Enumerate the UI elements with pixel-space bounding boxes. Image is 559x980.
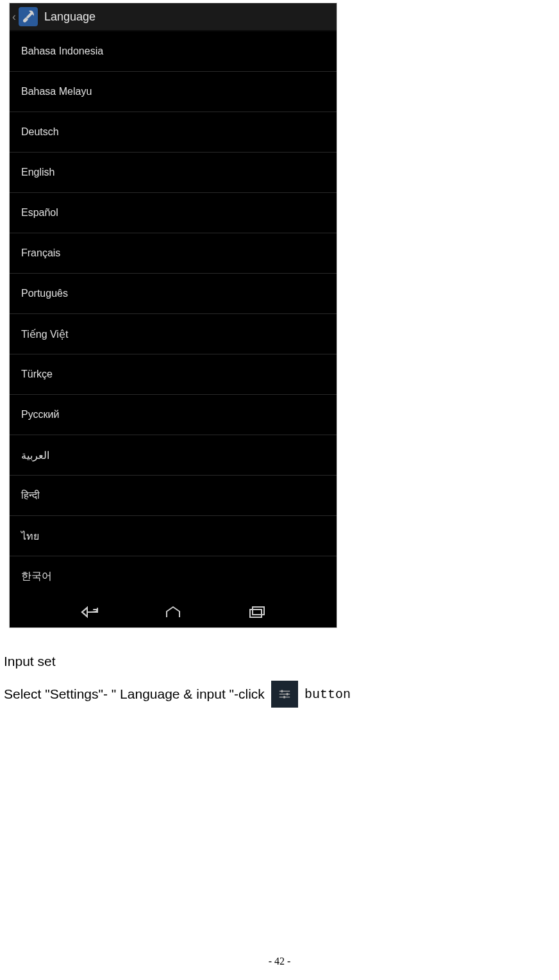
language-list: Bahasa Indonesia Bahasa Melayu Deutsch E… <box>10 31 337 597</box>
settings-wrench-icon[interactable] <box>19 7 38 26</box>
language-item[interactable]: Deutsch <box>10 112 337 153</box>
language-item[interactable]: Bahasa Melayu <box>10 72 337 112</box>
button-word: button <box>305 687 351 702</box>
recent-apps-icon[interactable] <box>244 599 269 625</box>
instruction-text: Select "Settings"- " Language & input "-… <box>4 686 265 702</box>
header-title: Language <box>44 10 96 24</box>
svg-rect-5 <box>287 693 288 695</box>
home-icon[interactable] <box>160 599 186 625</box>
svg-rect-0 <box>250 610 262 617</box>
svg-rect-1 <box>253 607 264 615</box>
language-item[interactable]: Tiếng Việt <box>10 314 337 354</box>
android-screenshot: ‹ Language Bahasa Indonesia Bahasa Melay… <box>9 3 337 628</box>
language-item[interactable]: Français <box>10 233 337 274</box>
language-item[interactable]: ไทย <box>10 516 337 556</box>
language-item[interactable]: Português <box>10 274 337 314</box>
header-bar: ‹ Language <box>10 3 337 31</box>
language-item[interactable]: Español <box>10 193 337 233</box>
language-item[interactable]: English <box>10 153 337 193</box>
language-item[interactable]: Türkçe <box>10 354 337 395</box>
page-number: - 42 - <box>269 956 291 967</box>
sliders-settings-icon <box>271 681 298 708</box>
svg-rect-7 <box>283 696 285 699</box>
section-heading: Input set <box>4 654 559 669</box>
document-content: Input set Select "Settings"- " Language … <box>4 654 559 708</box>
back-icon[interactable] <box>77 599 103 625</box>
nav-bar <box>10 597 337 627</box>
language-item[interactable]: العربية <box>10 435 337 476</box>
svg-rect-3 <box>281 690 283 693</box>
language-item[interactable]: 한국어 <box>10 556 337 597</box>
instruction-line: Select "Settings"- " Language & input "-… <box>4 681 559 708</box>
language-item[interactable]: Bahasa Indonesia <box>10 31 337 72</box>
language-item[interactable]: Русский <box>10 395 337 435</box>
back-chevron-icon[interactable]: ‹ <box>10 10 19 24</box>
language-item[interactable]: हिन्दी <box>10 476 337 516</box>
